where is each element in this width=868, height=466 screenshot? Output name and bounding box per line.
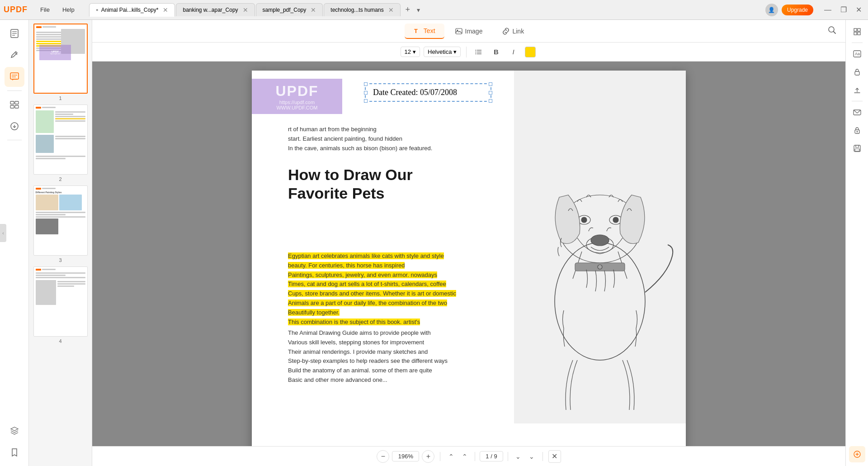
hl-line-0: Egyptian art celebrates animals like cat… xyxy=(288,252,509,261)
normal-text-block: The Animal Drawing Guide aims to provide… xyxy=(288,328,509,385)
toolbar-tab-image[interactable]: Image xyxy=(446,24,492,38)
tab-banking-close[interactable]: ✕ xyxy=(243,6,248,14)
sidebar-divider-1 xyxy=(7,90,22,91)
thumbnail-panel: ‹ UPDF https://updf.com xyxy=(29,20,92,466)
maximize-button[interactable]: ❐ xyxy=(838,4,849,16)
bottom-toolbar: − 196% + ⌃ ⌃ 1 / 9 ⌄ ⌄ ✕ xyxy=(92,446,845,466)
zoom-in-button[interactable]: + xyxy=(422,450,434,463)
upgrade-button[interactable]: Upgrade xyxy=(782,5,813,15)
tab-overflow-button[interactable]: ▾ xyxy=(417,6,420,14)
right-icon-text[interactable]: Aa xyxy=(849,46,865,62)
nl-line-2: Their animal renderings. I provide many … xyxy=(288,347,509,357)
fmt-divider-1 xyxy=(466,47,467,57)
tab-technology[interactable]: technolog...ts humans ✕ xyxy=(324,3,400,16)
tab-sample-close[interactable]: ✕ xyxy=(311,6,316,14)
partial-hl-line: This combination is the subject of this … xyxy=(288,318,509,327)
close-window-button[interactable]: ✕ xyxy=(853,4,864,16)
svg-point-22 xyxy=(476,52,476,52)
nav-sep-2 xyxy=(475,452,475,461)
new-tab-button[interactable]: + xyxy=(401,4,414,16)
right-icon-upload[interactable] xyxy=(849,82,865,98)
minimize-button[interactable]: — xyxy=(821,4,834,16)
svg-rect-34 xyxy=(854,29,857,31)
page-current: 1 xyxy=(486,453,489,460)
sidebar-icon-annotate[interactable] xyxy=(5,67,24,87)
toolbar-tab-link[interactable]: Link xyxy=(493,24,533,38)
tab-animal[interactable]: ● Animal Pai...kills_Copy* ✕ xyxy=(89,3,175,17)
zoom-value[interactable]: 196% xyxy=(392,451,419,461)
right-icon-lock2[interactable] xyxy=(849,122,865,138)
svg-point-33 xyxy=(598,265,602,269)
heading-block: How to Draw OurFavorite Pets xyxy=(288,166,509,210)
tab-technology-close[interactable]: ✕ xyxy=(388,6,394,14)
right-icon-save[interactable] xyxy=(849,140,865,157)
font-size-select[interactable]: 12 ▾ xyxy=(401,47,420,57)
right-icon-ai[interactable] xyxy=(849,446,865,462)
italic-button[interactable]: I xyxy=(506,45,520,59)
sidebar-icon-extract[interactable] xyxy=(5,116,24,136)
right-icon-mail[interactable] xyxy=(849,104,865,120)
right-icon-crop[interactable] xyxy=(849,24,865,40)
sidebar-icon-bookmark[interactable] xyxy=(5,442,24,462)
thumb-num-1: 1 xyxy=(59,95,61,101)
tab-banking-label: banking w...apar_Copy xyxy=(183,7,238,13)
svg-rect-11 xyxy=(15,105,19,108)
nav-scroll-down[interactable]: ⌄ xyxy=(513,451,524,462)
svg-rect-35 xyxy=(858,29,860,31)
font-family-value: Helvetica xyxy=(428,48,452,55)
font-family-select[interactable]: Helvetica ▾ xyxy=(424,47,461,57)
page-watermark: UPDF https://updf.com WWW.UPDF.COM xyxy=(252,79,342,114)
bold-button[interactable]: B xyxy=(489,45,503,59)
sidebar-icon-pages[interactable] xyxy=(5,24,24,43)
sidebar-icon-edit[interactable] xyxy=(5,45,24,65)
thumbnail-1[interactable]: UPDF https://updf.com xyxy=(33,24,88,101)
page-total: 9 xyxy=(494,453,497,460)
list-button[interactable] xyxy=(472,45,486,59)
sidebar-icon-layers[interactable] xyxy=(5,421,24,441)
nav-scroll-up[interactable]: ⌃ xyxy=(446,451,457,462)
nav-scroll-up2[interactable]: ⌃ xyxy=(459,451,470,462)
thumbnail-3[interactable]: Different Painting Styles xyxy=(33,185,88,263)
hl-line-6: Beautifully together. xyxy=(288,308,509,318)
tab-bar: UPDF File Help ● Animal Pai...kills_Copy… xyxy=(0,0,868,20)
handle-br xyxy=(489,99,492,103)
search-icon[interactable] xyxy=(827,25,836,37)
handle-ml xyxy=(364,91,368,95)
nav-scroll-down2[interactable]: ⌄ xyxy=(526,451,537,462)
hl-line-1: beauty. For centuries, this horse has in… xyxy=(288,261,509,271)
pdf-area: UPDF https://updf.com WWW.UPDF.COM Date … xyxy=(92,62,845,446)
text-edit-content[interactable]: Date Created: 05/07/2008 xyxy=(373,88,483,97)
user-area: 👤 Upgrade xyxy=(765,4,813,16)
toolbar-group: T Text Image Link xyxy=(405,24,533,39)
right-icon-lock[interactable] xyxy=(849,64,865,80)
tab-sample[interactable]: sample_pdf_Copy ✕ xyxy=(256,3,323,16)
color-picker-button[interactable] xyxy=(524,45,537,59)
tab-banking[interactable]: banking w...apar_Copy ✕ xyxy=(176,3,255,16)
app-body: ‹ UPDF https://updf.com xyxy=(0,20,868,466)
main-area: T Text Image Link 12 ▾ xyxy=(92,20,845,466)
thumb-num-3: 3 xyxy=(59,257,61,263)
page-indicator[interactable]: 1 / 9 xyxy=(480,451,503,461)
svg-rect-8 xyxy=(10,101,14,104)
text-tab-label: Text xyxy=(424,27,435,34)
dog-illustration xyxy=(514,71,686,423)
page-heading: How to Draw OurFavorite Pets xyxy=(288,166,509,203)
tab-animal-close[interactable]: ✕ xyxy=(163,6,168,14)
thumbnail-4[interactable]: 4 xyxy=(33,266,88,344)
text-edit-box[interactable]: Date Created: 05/07/2008 xyxy=(365,83,491,102)
page-nav: ⌃ ⌃ 1 / 9 ⌄ ⌄ xyxy=(446,451,537,462)
svg-point-43 xyxy=(856,131,858,133)
r-divider-2 xyxy=(852,101,863,101)
svg-rect-9 xyxy=(15,101,19,104)
close-nav-button[interactable]: ✕ xyxy=(548,450,561,463)
file-menu[interactable]: File xyxy=(34,4,56,16)
thumbnail-2[interactable]: 2 xyxy=(33,105,88,182)
handle-mr xyxy=(489,91,492,95)
toolbar-tab-text[interactable]: T Text xyxy=(405,24,444,39)
font-size-dropdown-icon: ▾ xyxy=(413,48,416,55)
zoom-out-button[interactable]: − xyxy=(377,450,389,463)
svg-point-21 xyxy=(476,50,476,51)
help-menu[interactable]: Help xyxy=(56,4,81,16)
sidebar-icon-organize[interactable] xyxy=(5,95,24,114)
r-divider-1 xyxy=(852,43,863,43)
